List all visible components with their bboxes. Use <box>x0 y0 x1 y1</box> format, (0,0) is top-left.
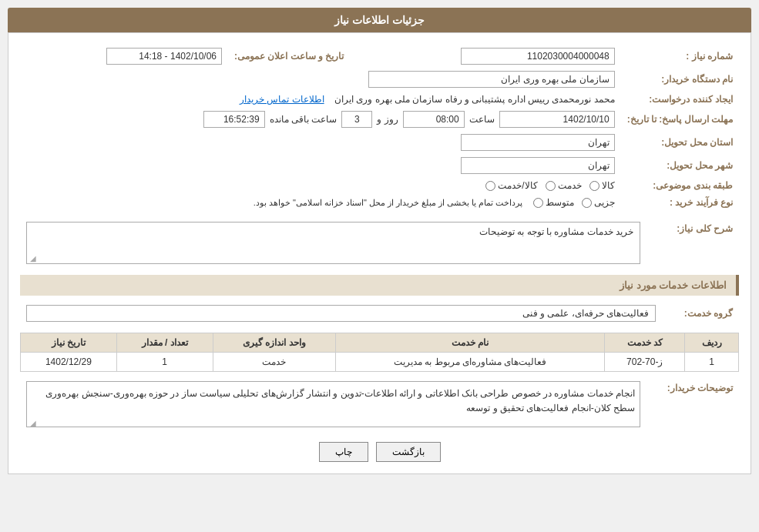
tozihat-text: انجام خدمات مشاوره در خصوص طراحی بانک اط… <box>45 388 635 413</box>
nooe-jozii-radio[interactable] <box>582 198 592 208</box>
tarikh-aalan-label: تاریخ و ساعت اعلان عمومی: <box>228 45 350 68</box>
grooh-value-box: فعالیت‌های حرفه‌ای، علمی و فنی <box>26 305 656 322</box>
cell-tarikh: 1402/12/29 <box>21 353 117 372</box>
tabaqe-kala-khadamat-label: کالا/خدمت <box>498 180 537 191</box>
tozihat-label: توضیحات خریدار: <box>646 378 739 430</box>
col-code: کد خدمت <box>605 333 685 353</box>
ijad-konande-link[interactable]: اطلاعات تماس خریدار <box>240 94 324 105</box>
col-name: نام خدمت <box>336 333 605 353</box>
tabaqe-label: طبقه بندی موضوعی: <box>621 177 739 194</box>
tabaqe-radio-group: کالا خدمت کالا/خدمت <box>485 180 614 191</box>
mohlat-saat-label: ساعت <box>469 114 495 125</box>
nooe-note: پرداخت تمام یا بخشی از مبلغ خریدار از مح… <box>254 198 523 207</box>
shomara-value: 1102030004000048 <box>350 45 620 68</box>
shahr-row: شهر محل تحویل: تهران <box>20 154 739 177</box>
grooh-label: گروه خدمت: <box>662 302 739 325</box>
ijad-konande-value: محمد نورمحمدی رییس اداره پشتیبانی و رفاه… <box>20 91 621 108</box>
mohlat-label: مهلت ارسال پاسخ: تا تاریخ: <box>621 108 739 131</box>
tozihat-row: توضیحات خریدار: انجام خدمات مشاوره در خص… <box>20 378 739 430</box>
nooe-motosat-item: متوسط <box>533 197 574 208</box>
cell-radif: 1 <box>685 353 739 372</box>
mohlat-row: مهلت ارسال پاسخ: تا تاریخ: 1402/10/10 سا… <box>20 108 739 131</box>
mohlat-saat-input: 08:00 <box>403 111 465 128</box>
sharh-text: خرید خدمات مشاوره با توجه به توضیحات <box>479 226 633 237</box>
mohlat-rooz-label: روز و <box>377 114 398 125</box>
mohlat-date-input: 1402/10/10 <box>499 111 615 128</box>
tabaqe-value: کالا خدمت کالا/خدمت <box>20 177 621 194</box>
tabaqe-row: طبقه بندی موضوعی: کالا خدمت کالا/خدمت <box>20 177 739 194</box>
shahr-value: تهران <box>20 154 621 177</box>
nam-dastgah-row: نام دستگاه خریدار: سازمان ملی بهره وری ا… <box>20 68 739 91</box>
page-title: جزئیات اطلاعات نیاز <box>334 14 425 26</box>
tozihat-input[interactable]: انجام خدمات مشاوره در خصوص طراحی بانک اط… <box>26 381 640 427</box>
tozihat-value-cell: انجام خدمات مشاوره در خصوص طراحی بانک اط… <box>20 378 646 430</box>
ostan-input: تهران <box>461 134 615 151</box>
mohlat-baqi-input: 16:52:39 <box>203 111 265 128</box>
main-content: شماره نیاز : 1102030004000048 تاریخ و سا… <box>8 32 751 474</box>
nooe-jozii-item: جزیی <box>582 197 615 208</box>
nooe-motosat-label: متوسط <box>546 197 574 208</box>
page-header: جزئیات اطلاعات نیاز <box>8 8 751 32</box>
table-row: 1 ز-70-702 فعالیت‌های مشاوره‌ای مربوط به… <box>21 353 739 372</box>
service-header-row: ردیف کد خدمت نام خدمت واحد اندازه گیری ت… <box>21 333 739 353</box>
tabaqe-kala-khadamat-item: کالا/خدمت <box>485 180 537 191</box>
bazgasht-button[interactable]: بازگشت <box>376 442 441 462</box>
sharh-value-cell: خرید خدمات مشاوره با توجه به توضیحات ◢ <box>20 219 646 267</box>
mohlat-rooz-input: 3 <box>341 111 372 128</box>
shahr-input: تهران <box>461 157 615 174</box>
tabaqe-kala-khadamat-radio[interactable] <box>485 181 495 191</box>
nooe-motosat-radio[interactable] <box>533 198 543 208</box>
resize-handle-2: ◢ <box>29 417 36 425</box>
page-container: جزئیات اطلاعات نیاز شماره نیاز : 1102030… <box>0 0 759 532</box>
shomara-row: شماره نیاز : 1102030004000048 تاریخ و سا… <box>20 45 739 68</box>
ostan-label: استان محل تحویل: <box>621 131 739 154</box>
service-table: ردیف کد خدمت نام خدمت واحد اندازه گیری ت… <box>20 333 739 372</box>
nooe-farayand-row: نوع فرآیند خرید : جزیی متوسط پرداخت <box>20 194 739 211</box>
mohlat-row-flex: 1402/10/10 ساعت 08:00 روز و 3 ساعت باقی … <box>26 111 615 128</box>
mohlat-baqi-label: ساعت باقی مانده <box>270 114 338 125</box>
nam-dastgah-label: نام دستگاه خریدار: <box>621 68 739 91</box>
ijad-konande-row: ایجاد کننده درخواست: محمد نورمحمدی رییس … <box>20 91 739 108</box>
shahr-label: شهر محل تحویل: <box>621 154 739 177</box>
info-table: شماره نیاز : 1102030004000048 تاریخ و سا… <box>20 45 739 211</box>
sharh-row: شرح کلی نیاز: خرید خدمات مشاوره با توجه … <box>20 219 739 267</box>
chap-button[interactable]: چاپ <box>319 442 368 462</box>
nooe-radio-group: جزیی متوسط <box>533 197 615 208</box>
tabaqe-khadamat-radio[interactable] <box>546 181 556 191</box>
tabaqe-kala-label: کالا <box>602 180 615 191</box>
cell-tedad: 1 <box>116 353 213 372</box>
service-table-header: ردیف کد خدمت نام خدمت واحد اندازه گیری ت… <box>21 333 739 353</box>
nooe-farayand-value: جزیی متوسط پرداخت تمام یا بخشی از مبلغ خ… <box>20 194 621 211</box>
grooh-table: گروه خدمت: فعالیت‌های حرفه‌ای، علمی و فن… <box>20 302 739 325</box>
sharh-input[interactable]: خرید خدمات مشاوره با توجه به توضیحات ◢ <box>26 222 640 264</box>
ijad-konande-label: ایجاد کننده درخواست: <box>621 91 739 108</box>
tabaqe-kala-radio[interactable] <box>589 181 599 191</box>
ostan-row: استان محل تحویل: تهران <box>20 131 739 154</box>
col-vahed: واحد اندازه گیری <box>213 333 336 353</box>
tarikh-aalan-input: 1402/10/06 - 14:18 <box>106 48 222 65</box>
nam-dastgah-input: سازمان ملی بهره وری ایران <box>368 71 615 88</box>
mohlat-value: 1402/10/10 ساعت 08:00 روز و 3 ساعت باقی … <box>20 108 621 131</box>
shomara-input: 1102030004000048 <box>461 48 615 65</box>
sharh-table: شرح کلی نیاز: خرید خدمات مشاوره با توجه … <box>20 219 739 267</box>
ijad-konande-text: محمد نورمحمدی رییس اداره پشتیبانی و رفاه… <box>334 94 615 105</box>
buttons-row: بازگشت چاپ <box>20 442 739 462</box>
tarikh-aalan-value: 1402/10/06 - 14:18 <box>20 45 228 68</box>
col-tedad: تعداد / مقدار <box>116 333 213 353</box>
tabaqe-khadamat-item: خدمت <box>546 180 582 191</box>
grooh-value-cell: فعالیت‌های حرفه‌ای، علمی و فنی <box>20 302 662 325</box>
resize-handle: ◢ <box>29 254 36 262</box>
grooh-row: گروه خدمت: فعالیت‌های حرفه‌ای، علمی و فن… <box>20 302 739 325</box>
cell-vahed: خدمت <box>213 353 336 372</box>
nooe-farayand-label: نوع فرآیند خرید : <box>621 194 739 211</box>
sharh-label: شرح کلی نیاز: <box>646 219 739 267</box>
cell-name: فعالیت‌های مشاوره‌ای مربوط به مدیریت <box>336 353 605 372</box>
col-radif: ردیف <box>685 333 739 353</box>
tabaqe-kala-item: کالا <box>589 180 615 191</box>
nam-dastgah-value: سازمان ملی بهره وری ایران <box>20 68 621 91</box>
cell-code: ز-70-702 <box>605 353 685 372</box>
nooe-jozii-label: جزیی <box>594 197 615 208</box>
tozihat-table: توضیحات خریدار: انجام خدمات مشاوره در خص… <box>20 378 739 430</box>
grooh-value-text: فعالیت‌های حرفه‌ای، علمی و فنی <box>522 308 649 319</box>
tabaqe-khadamat-label: خدمت <box>558 180 582 191</box>
